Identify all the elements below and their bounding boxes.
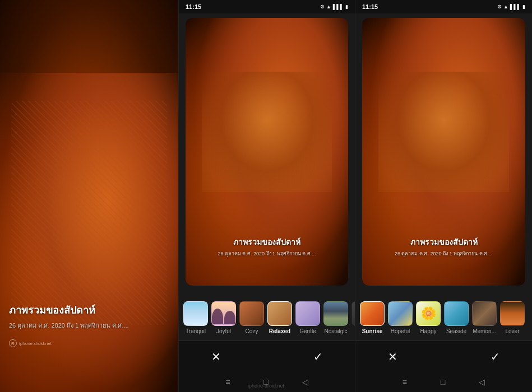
filter-label-joyful: Joyful xyxy=(216,328,231,334)
filter-thumb-cozy[interactable] xyxy=(239,301,264,326)
middle-photo-card: ภาพรวมของสัปดาห์ 26 ตุลาคม ค.ศ. 2020 ถึง… xyxy=(186,18,348,286)
crab-art xyxy=(11,101,167,325)
filter-hopeful[interactable]: Hopeful xyxy=(388,301,413,334)
bt-icon: ⚙ xyxy=(320,4,325,10)
middle-card-main-title: ภาพรวมของสัปดาห์ xyxy=(186,236,348,248)
middle-filters: Tranquil Joyful Cozy xyxy=(179,290,355,340)
right-filters: Sunrise Hopeful 🌼 Happy Seaside Memori..… xyxy=(355,290,532,340)
right-cancel-button[interactable]: ✕ xyxy=(382,347,403,367)
filter-label-relaxed: Relaxed xyxy=(269,328,290,334)
left-subtitle: 26 ตุลาคม ค.ศ. 2020 ถึง 1 พฤศจิกายน ค.ศ.… xyxy=(9,320,169,330)
filter-thumb-gentle[interactable] xyxy=(295,301,320,326)
right-action-bar: ✕ ✓ xyxy=(355,340,532,372)
filter-label-cozy: Cozy xyxy=(246,328,258,334)
filter-thumb-happy[interactable]: 🌼 xyxy=(416,301,441,326)
filter-cozy[interactable]: Cozy xyxy=(239,301,264,334)
right-bt-icon: ⚙ xyxy=(497,4,502,10)
middle-status-icons: ⚙ ▲ ▌▌▌ ▮ xyxy=(320,4,348,10)
filter-thumb-hopeful[interactable] xyxy=(388,301,413,326)
filter-thumb-seaside[interactable] xyxy=(444,301,469,326)
right-status-bar: 11:15 ⚙ ▲ ▌▌▌ ▮ xyxy=(355,0,532,13)
right-screen: ภาพรวมของสัปดาห์ 26 ตุลาคม ค.ศ. 2020 ถึง… xyxy=(355,13,532,392)
filter-label-gentle: Gentle xyxy=(299,328,316,334)
joyful-content xyxy=(212,302,235,325)
middle-action-bar: ✕ ✓ xyxy=(179,340,355,372)
middle-nav-bar: ≡ □ ◁ xyxy=(179,372,355,392)
right-signal-icon: ▌▌▌ xyxy=(510,4,521,10)
filter-thumb-sunrise[interactable] xyxy=(360,301,385,326)
left-main-title: ภาพรวมของสัปดาห์ xyxy=(9,302,169,318)
right-panel: 11:15 ⚙ ▲ ▌▌▌ ▮ ภาพรวมของสัปดาห์ 26 ตุลา… xyxy=(355,0,532,392)
right-photo-card: ภาพรวมของสัปดาห์ 26 ตุลาคม ค.ศ. 2020 ถึง… xyxy=(362,18,525,286)
filter-thumb-nostalgic[interactable] xyxy=(323,301,348,326)
right-wifi-icon: ▲ xyxy=(503,4,508,10)
battery-icon: ▮ xyxy=(345,4,348,10)
right-nav-bar: ≡ □ ◁ xyxy=(355,372,532,392)
filter-sunrise[interactable]: Sunrise xyxy=(360,301,385,334)
filter-thumb-lover[interactable] xyxy=(500,301,525,326)
site-watermark: iphone-droid.net xyxy=(0,383,532,389)
middle-cancel-button[interactable]: ✕ xyxy=(206,347,226,367)
filter-happy[interactable]: 🌼 Happy xyxy=(416,301,441,334)
filter-label-hopeful: Hopeful xyxy=(391,328,410,334)
right-battery-icon: ▮ xyxy=(522,4,525,10)
watermark-icon: R xyxy=(9,339,17,347)
filter-thumb-memori[interactable] xyxy=(472,301,497,326)
signal-icon: ▌▌▌ xyxy=(333,4,344,10)
right-status-icons: ⚙ ▲ ▌▌▌ ▮ xyxy=(497,4,525,10)
middle-screen: ภาพรวมของสัปดาห์ 26 ตุลาคม ค.ศ. 2020 ถึง… xyxy=(179,13,355,392)
filter-nostalgic[interactable]: Nostalgic xyxy=(323,301,348,334)
middle-crab-shape xyxy=(202,72,332,192)
middle-status-bar: 11:15 ⚙ ▲ ▌▌▌ ▮ xyxy=(179,0,355,13)
left-title-area: ภาพรวมของสัปดาห์ 26 ตุลาคม ค.ศ. 2020 ถึง… xyxy=(9,302,169,330)
middle-panel: 11:15 ⚙ ▲ ▌▌▌ ▮ ภาพรวมของสัปดาห์ 26 ตุลา… xyxy=(178,0,355,392)
filter-relaxed[interactable]: Relaxed xyxy=(267,301,292,334)
right-crab-shape xyxy=(378,72,509,192)
filter-seaside[interactable]: Seaside xyxy=(444,301,469,334)
filter-thumb-tranquil[interactable] xyxy=(183,301,208,326)
filter-label-memori: Memori... xyxy=(473,328,496,334)
middle-card-subtitle: 26 ตุลาคม ค.ศ. 2020 ถึง 1 พฤศจิกายน ค.ศ.… xyxy=(186,250,348,258)
filter-gentle[interactable]: Gentle xyxy=(295,301,320,334)
middle-confirm-button[interactable]: ✓ xyxy=(308,347,328,367)
filter-memori[interactable]: Memori... xyxy=(472,301,497,334)
filter-label-seaside: Seaside xyxy=(446,328,466,334)
filter-label-nostalgic: Nostalgic xyxy=(324,328,347,334)
left-panel: ภาพรวมของสัปดาห์ 26 ตุลาคม ค.ศ. 2020 ถึง… xyxy=(0,0,178,392)
right-status-time: 11:15 xyxy=(362,3,378,10)
filter-tranquil[interactable]: Tranquil xyxy=(183,301,208,334)
middle-card-title: ภาพรวมของสัปดาห์ 26 ตุลาคม ค.ศ. 2020 ถึง… xyxy=(186,236,348,258)
filter-thumb-joyful[interactable] xyxy=(211,301,236,326)
filter-lover[interactable]: Lover xyxy=(500,301,525,334)
watermark-text: iphone-droid.net xyxy=(19,341,52,346)
right-card-main-title: ภาพรวมของสัปดาห์ xyxy=(362,236,525,248)
filter-joyful[interactable]: Joyful xyxy=(211,301,236,334)
middle-status-time: 11:15 xyxy=(186,3,201,10)
filter-label-lover: Lover xyxy=(505,328,519,334)
filter-label-happy: Happy xyxy=(420,328,437,334)
filter-label-sunrise: Sunrise xyxy=(362,328,383,334)
flower-icon: 🌼 xyxy=(421,306,436,321)
wifi-icon: ▲ xyxy=(326,4,331,10)
watermark: R iphone-droid.net xyxy=(9,339,52,347)
right-card-title: ภาพรวมของสัปดาห์ 26 ตุลาคม ค.ศ. 2020 ถึง… xyxy=(362,236,525,258)
right-card-subtitle: 26 ตุลาคม ค.ศ. 2020 ถึง 1 พฤศจิกายน ค.ศ.… xyxy=(362,250,525,258)
filter-label-tranquil: Tranquil xyxy=(186,328,206,334)
filter-thumb-relaxed[interactable] xyxy=(267,301,292,326)
right-confirm-button[interactable]: ✓ xyxy=(485,347,505,367)
